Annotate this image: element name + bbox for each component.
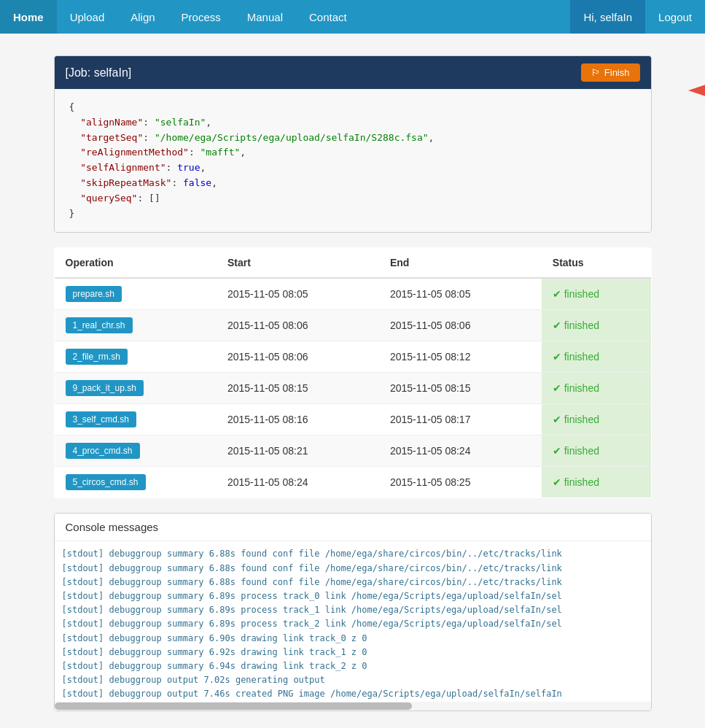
console-line: [stdout] debuggroup summary 6.94s drawin… bbox=[62, 659, 644, 673]
console-line: [stdout] debuggroup summary 6.89s proces… bbox=[62, 603, 644, 617]
job-title: [Job: selfaIn] bbox=[66, 66, 132, 80]
op-button[interactable]: 3_self_cmd.sh bbox=[66, 411, 136, 427]
status-cell: ✔ finished bbox=[542, 310, 651, 341]
start-cell: 2015-11-05 08:16 bbox=[217, 404, 379, 435]
table-row: 3_self_cmd.sh2015-11-05 08:162015-11-05 … bbox=[54, 404, 651, 435]
op-button[interactable]: 9_pack_it_up.sh bbox=[66, 380, 144, 396]
nav-logout[interactable]: Logout bbox=[645, 0, 705, 34]
start-cell: 2015-11-05 08:06 bbox=[217, 341, 379, 373]
start-cell: 2015-11-05 08:15 bbox=[217, 373, 379, 404]
horizontal-scrollbar[interactable] bbox=[55, 702, 651, 710]
start-cell: 2015-11-05 08:21 bbox=[217, 435, 379, 467]
op-cell: 2_file_rm.sh bbox=[54, 341, 217, 373]
console-line: [stdout] debuggroup output 7.46s created… bbox=[62, 687, 644, 701]
table-row: 4_proc_cmd.sh2015-11-05 08:212015-11-05 … bbox=[54, 435, 651, 467]
status-badge: ✔ finished bbox=[553, 445, 599, 457]
end-cell: 2015-11-05 08:24 bbox=[379, 435, 542, 467]
nav-home[interactable]: Home bbox=[0, 0, 57, 34]
console-title: Console messages bbox=[55, 514, 651, 541]
op-cell: 1_real_chr.sh bbox=[54, 310, 217, 341]
status-cell: ✔ finished bbox=[542, 278, 651, 310]
status-cell: ✔ finished bbox=[542, 341, 651, 373]
table-row: 1_real_chr.sh2015-11-05 08:062015-11-05 … bbox=[54, 310, 651, 341]
status-cell: ✔ finished bbox=[542, 373, 651, 404]
flag-icon: 🏳 bbox=[591, 67, 601, 78]
nav-manual[interactable]: Manual bbox=[234, 0, 296, 34]
start-cell: 2015-11-05 08:05 bbox=[217, 278, 379, 310]
status-badge: ✔ finished bbox=[553, 414, 599, 425]
table-row: 5_circos_cmd.sh2015-11-05 08:242015-11-0… bbox=[54, 467, 651, 498]
console-panel: Console messages [stdout] debuggroup sum… bbox=[54, 513, 652, 711]
status-badge: ✔ finished bbox=[553, 288, 599, 300]
end-cell: 2015-11-05 08:15 bbox=[379, 373, 542, 404]
start-cell: 2015-11-05 08:24 bbox=[217, 467, 379, 498]
op-button[interactable]: 1_real_chr.sh bbox=[66, 317, 133, 333]
status-cell: ✔ finished bbox=[542, 404, 651, 435]
end-cell: 2015-11-05 08:17 bbox=[379, 404, 542, 435]
console-line: [stdout] debuggroup summary 6.88s found … bbox=[62, 547, 644, 561]
col-header-start: Start bbox=[217, 248, 379, 279]
console-body[interactable]: [stdout] debuggroup summary 6.88s found … bbox=[55, 541, 651, 702]
col-header-operation: Operation bbox=[54, 248, 217, 279]
op-cell: 9_pack_it_up.sh bbox=[54, 373, 217, 404]
table-row: prepare.sh2015-11-05 08:052015-11-05 08:… bbox=[54, 278, 651, 310]
job-panel-header: [Job: selfaIn] 🏳 Finish bbox=[55, 56, 651, 89]
status-badge: ✔ finished bbox=[553, 476, 599, 488]
op-button[interactable]: 4_proc_cmd.sh bbox=[66, 443, 140, 459]
table-row: 2_file_rm.sh2015-11-05 08:062015-11-05 0… bbox=[54, 341, 651, 373]
op-cell: 5_circos_cmd.sh bbox=[54, 467, 217, 498]
status-badge: ✔ finished bbox=[553, 382, 599, 394]
nav-upload[interactable]: Upload bbox=[57, 0, 118, 34]
job-panel: [Job: selfaIn] 🏳 Finish { "alignName": "… bbox=[54, 55, 652, 233]
col-header-end: End bbox=[379, 248, 542, 279]
nav-contact[interactable]: Contact bbox=[296, 0, 360, 34]
status-cell: ✔ finished bbox=[542, 467, 651, 498]
status-badge: ✔ finished bbox=[553, 351, 599, 363]
op-cell: prepare.sh bbox=[54, 278, 217, 310]
op-button[interactable]: 5_circos_cmd.sh bbox=[66, 474, 146, 490]
console-line: [stdout] debuggroup output 7.02s generat… bbox=[62, 673, 644, 687]
console-line: [stdout] debuggroup summary 6.88s found … bbox=[62, 562, 644, 576]
start-cell: 2015-11-05 08:06 bbox=[217, 310, 379, 341]
nav-process[interactable]: Process bbox=[168, 0, 234, 34]
end-cell: 2015-11-05 08:12 bbox=[379, 341, 542, 373]
nav-align[interactable]: Align bbox=[117, 0, 168, 34]
main-content: [Job: selfaIn] 🏳 Finish { "alignName": "… bbox=[39, 55, 666, 711]
op-cell: 4_proc_cmd.sh bbox=[54, 435, 217, 467]
console-line: [stdout] debuggroup summary 6.88s found … bbox=[62, 576, 644, 589]
red-arrow-indicator bbox=[688, 76, 706, 105]
end-cell: 2015-11-05 08:05 bbox=[379, 278, 542, 310]
finish-button[interactable]: 🏳 Finish bbox=[581, 63, 640, 82]
status-badge: ✔ finished bbox=[553, 320, 599, 331]
op-button[interactable]: 2_file_rm.sh bbox=[66, 349, 128, 365]
console-line: [stdout] debuggroup summary 6.89s proces… bbox=[62, 589, 644, 603]
job-json-body: { "alignName": "selfaIn", "targetSeq": "… bbox=[55, 89, 651, 232]
op-cell: 3_self_cmd.sh bbox=[54, 404, 217, 435]
main-nav: Home Upload Align Process Manual Contact… bbox=[0, 0, 705, 34]
console-line: [stdout] debuggroup summary 6.92s drawin… bbox=[62, 646, 644, 659]
op-button[interactable]: prepare.sh bbox=[66, 286, 122, 302]
end-cell: 2015-11-05 08:25 bbox=[379, 467, 542, 498]
console-line: [stdout] debuggroup summary 6.90s drawin… bbox=[62, 632, 644, 646]
table-row: 9_pack_it_up.sh2015-11-05 08:152015-11-0… bbox=[54, 373, 651, 404]
status-cell: ✔ finished bbox=[542, 435, 651, 467]
col-header-status: Status bbox=[542, 248, 651, 279]
nav-user: Hi, selfaIn bbox=[570, 0, 645, 34]
end-cell: 2015-11-05 08:06 bbox=[379, 310, 542, 341]
operations-table: Operation Start End Status prepare.sh201… bbox=[54, 247, 652, 498]
console-line: [stdout] debuggroup summary 6.89s proces… bbox=[62, 617, 644, 631]
